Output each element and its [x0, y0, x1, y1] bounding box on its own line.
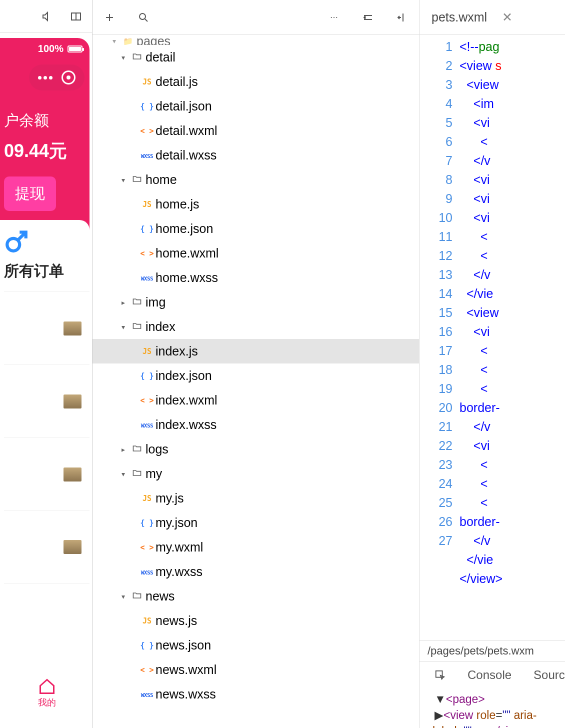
- disclosure-icon[interactable]: ▾: [118, 592, 128, 600]
- json-file-icon: { }: [138, 372, 156, 380]
- file-path-status: /pages/pets/pets.wxm: [420, 640, 565, 661]
- tree-file-detail-js[interactable]: JSdetail.js: [92, 70, 419, 94]
- wxss-file-icon: WXSS: [138, 568, 156, 576]
- close-tab-icon[interactable]: ✕: [502, 10, 512, 24]
- tree-folder-pages[interactable]: ▾ 📁 pages: [92, 37, 419, 45]
- devtools-dom-tree[interactable]: ▼<page> ▶<view role="" aria-label="">…</…: [420, 688, 565, 728]
- order-thumb-icon: [64, 322, 82, 336]
- tree-item-label: index.js: [156, 344, 198, 358]
- tree-file-detail-json[interactable]: { }detail.json: [92, 94, 419, 118]
- tree-item-label: my.wxml: [156, 540, 203, 554]
- inspect-icon[interactable]: [434, 668, 446, 682]
- order-row[interactable]: [4, 364, 90, 438]
- order-row[interactable]: [4, 292, 90, 364]
- capsule-menu[interactable]: [29, 64, 84, 90]
- tree-item-label: index.wxml: [156, 393, 218, 408]
- tree-file-index-wxss[interactable]: WXSSindex.wxss: [92, 412, 419, 437]
- status-bar: 100%: [0, 38, 90, 60]
- tree-item-label: detail: [146, 50, 176, 64]
- layout-icon[interactable]: [69, 10, 83, 24]
- devtools-tab-console[interactable]: Console: [468, 668, 512, 682]
- device-frame: 100% 户余额 09.44元 提现 所有订单 我的: [0, 33, 92, 728]
- code-editor[interactable]: 1234567891011121314151617181920212223242…: [420, 35, 565, 640]
- svg-rect-4: [436, 670, 442, 677]
- collapse-panel-icon[interactable]: [395, 10, 409, 24]
- code-source[interactable]: <!--pag<view s <view <im <vi < </v <vi <…: [460, 35, 502, 640]
- disclosure-icon[interactable]: ▾: [118, 54, 128, 62]
- tabbar-item-my[interactable]: 我的: [4, 663, 90, 723]
- file-tree[interactable]: ▾ 📁 pages ▾detailJSdetail.js{ }detail.js…: [92, 35, 419, 728]
- explorer-pane: ⋯ ▾ 📁 pages ▾detailJSdetail.js{ }detail.…: [92, 0, 420, 728]
- folder-icon: [128, 174, 146, 186]
- js-file-icon: JS: [138, 494, 156, 503]
- tree-file-news-wxss[interactable]: WXSSnews.wxss: [92, 682, 419, 706]
- js-file-icon: JS: [138, 616, 156, 626]
- tree-item-label: my.json: [156, 516, 198, 530]
- tree-file-news-wxml[interactable]: < >news.wxml: [92, 658, 419, 682]
- editor-tab-pets-wxml[interactable]: pets.wxml ✕: [420, 0, 524, 34]
- tree-file-home-wxss[interactable]: WXSShome.wxss: [92, 266, 419, 290]
- js-file-icon: JS: [138, 200, 156, 209]
- wxss-file-icon: WXSS: [138, 151, 156, 160]
- tree-file-home-wxml[interactable]: < >home.wxml: [92, 241, 419, 266]
- tree-file-my-js[interactable]: JSmy.js: [92, 486, 419, 510]
- wxss-file-icon: WXSS: [138, 420, 156, 430]
- tree-file-my-wxss[interactable]: WXSSmy.wxss: [92, 560, 419, 584]
- disclosure-icon[interactable]: ▸: [118, 298, 128, 306]
- devtools-tab-sources[interactable]: Sources: [534, 668, 565, 682]
- tree-file-index-js[interactable]: JSindex.js: [92, 339, 419, 364]
- json-file-icon: { }: [138, 641, 156, 650]
- tree-file-my-wxml[interactable]: < >my.wxml: [92, 535, 419, 560]
- tree-item-label: detail.js: [156, 74, 198, 89]
- tree-folder-my[interactable]: ▾my: [92, 462, 419, 486]
- tree-item-label: home.js: [156, 197, 200, 212]
- order-thumb-icon: [64, 540, 82, 554]
- tree-folder-news[interactable]: ▾news: [92, 584, 419, 608]
- tree-file-home-js[interactable]: JShome.js: [92, 192, 419, 216]
- tree-file-index-wxml[interactable]: < >index.wxml: [92, 388, 419, 412]
- tree-file-detail-wxml[interactable]: < >detail.wxml: [92, 118, 419, 143]
- orders-title: 所有订单: [4, 261, 90, 282]
- folder-icon: [128, 468, 146, 480]
- close-miniprogram-icon[interactable]: [62, 70, 76, 84]
- battery-percent: 100%: [38, 43, 64, 54]
- js-file-icon: JS: [138, 347, 156, 356]
- search-icon[interactable]: [136, 10, 150, 24]
- line-gutter: 1234567891011121314151617181920212223242…: [420, 35, 460, 640]
- tree-file-my-json[interactable]: { }my.json: [92, 510, 419, 535]
- wxml-file-icon: < >: [138, 396, 156, 405]
- more-icon[interactable]: [38, 76, 52, 80]
- simulator-toolbar: [0, 0, 92, 33]
- tree-file-detail-wxss[interactable]: WXSSdetail.wxss: [92, 143, 419, 168]
- tree-folder-index[interactable]: ▾index: [92, 314, 419, 339]
- disclosure-icon[interactable]: ▾: [118, 323, 128, 331]
- explorer-toolbar: ⋯: [92, 0, 419, 35]
- home-icon: [38, 678, 56, 696]
- tree-folder-logs[interactable]: ▸logs: [92, 437, 419, 462]
- tree-item-label: news.js: [156, 614, 197, 628]
- disclosure-icon[interactable]: ▾: [118, 470, 128, 478]
- order-row[interactable]: [4, 510, 90, 584]
- mute-icon[interactable]: [40, 10, 54, 24]
- tree-file-news-json[interactable]: { }news.json: [92, 633, 419, 658]
- withdraw-button[interactable]: 提现: [4, 176, 56, 211]
- disclosure-icon[interactable]: ▸: [118, 446, 128, 454]
- folder-icon: [128, 590, 146, 602]
- json-file-icon: { }: [138, 102, 156, 111]
- tree-file-home-json[interactable]: { }home.json: [92, 216, 419, 241]
- order-row[interactable]: [4, 438, 90, 510]
- tree-folder-detail[interactable]: ▾detail: [92, 45, 419, 70]
- tree-item-label: index: [146, 320, 176, 334]
- wxml-file-icon: < >: [138, 126, 156, 136]
- disclosure-icon[interactable]: ▾: [118, 176, 128, 184]
- more-icon[interactable]: ⋯: [327, 10, 341, 24]
- editor-tabbar: pets.wxml ✕: [420, 0, 565, 35]
- settings-toggle-icon[interactable]: [361, 10, 375, 24]
- tree-item-label: my.wxss: [156, 564, 202, 579]
- tree-file-news-js[interactable]: JSnews.js: [92, 608, 419, 633]
- json-file-icon: { }: [138, 518, 156, 528]
- tree-file-index-json[interactable]: { }index.json: [92, 364, 419, 388]
- new-file-icon[interactable]: [102, 10, 116, 24]
- tree-folder-img[interactable]: ▸img: [92, 290, 419, 314]
- tree-folder-home[interactable]: ▾home: [92, 168, 419, 192]
